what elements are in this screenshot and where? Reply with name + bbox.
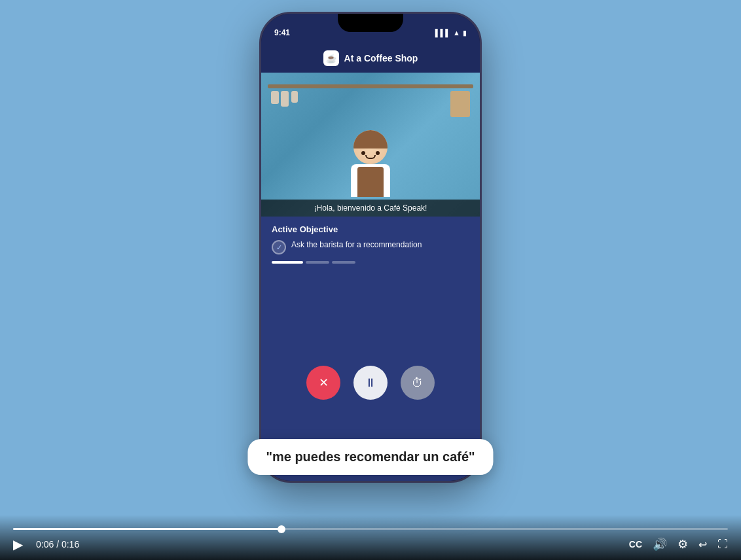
scene-area: ¡Hola, bienvenido a Café Speak! [261,73,480,217]
battery-icon: ▮ [463,29,467,37]
barista-character [351,130,390,197]
shelf-item [291,91,298,103]
timer-icon: ⏱ [412,376,424,390]
scene-background [261,73,480,217]
time-separator: / [54,539,62,550]
objective-area: Active Objective ✓ Ask the barista for a… [261,217,480,271]
end-call-button[interactable]: ✕ [306,366,340,400]
pause-icon: ⏸ [365,376,376,390]
shelf-item [271,91,279,104]
progress-fill [13,528,281,530]
barista-eye-right [376,151,380,155]
player-controls: ▶ 0:06 / 0:16 CC 🔊 ⚙ ↩ ⛶ [0,515,741,560]
coffee-icon: ☕ [326,54,336,63]
objective-text: Ask the barista for a recommendation [291,239,422,251]
phone-status-bar: 9:41 ▌▌▌ ▲ ▮ [261,14,480,46]
play-button[interactable]: ▶ [13,536,23,552]
time-total: 0:16 [62,539,79,550]
fullscreen-button[interactable]: ⛶ [717,538,728,550]
step-3-dot [332,261,355,264]
cc-button[interactable]: CC [629,539,642,550]
phone-notch [338,14,403,32]
app-icon: ☕ [323,50,339,66]
coffee-machine [450,91,470,117]
phone-frame: 9:41 ▌▌▌ ▲ ▮ ☕ At a Coffee Shop [259,12,482,483]
time-display: 0:06 / 0:16 [36,539,79,550]
barista-smile [365,155,376,159]
speech-bubble: "me puedes recomendar un café" [247,439,493,475]
step-2-dot [306,261,329,264]
call-controls: ✕ ⏸ ⏱ [306,366,435,400]
progress-steps [272,261,469,264]
status-icons: ▌▌▌ ▲ ▮ [435,29,467,37]
time-current: 0:06 [36,539,54,550]
step-1-dot [272,261,303,264]
check-icon: ✓ [276,243,282,252]
objective-checkbox: ✓ [272,240,286,254]
signal-icon: ▌▌▌ [435,29,450,37]
progress-handle[interactable] [278,525,285,533]
timer-button[interactable]: ⏱ [401,366,435,400]
status-time: 9:41 [274,28,290,37]
pause-button[interactable]: ⏸ [353,366,388,400]
objective-title: Active Objective [272,224,469,234]
progress-bar[interactable] [13,528,728,530]
shelf-decoration [268,84,473,88]
video-player: 9:41 ▌▌▌ ▲ ▮ ☕ At a Coffee Shop [0,0,741,560]
barista-head [353,130,388,164]
phone-end-icon: ✕ [319,376,329,390]
objective-item: ✓ Ask the barista for a recommendation [272,239,469,254]
controls-right: CC 🔊 ⚙ ↩ ⛶ [629,537,728,551]
wifi-icon: ▲ [453,29,460,37]
speech-text: "me puedes recomendar un café" [266,449,475,464]
barista-apron [357,167,384,197]
app-title: At a Coffee Shop [344,53,418,63]
scene-caption: ¡Hola, bienvenido a Café Speak! [261,200,480,217]
barista-body [351,164,390,197]
volume-button[interactable]: 🔊 [653,537,667,551]
barista-hair [353,130,388,149]
controls-left: ▶ 0:06 / 0:16 [13,536,79,552]
shelf-item [281,91,289,107]
app-header: ☕ At a Coffee Shop [261,46,480,73]
controls-row: ▶ 0:06 / 0:16 CC 🔊 ⚙ ↩ ⛶ [13,536,728,552]
settings-button[interactable]: ⚙ [678,537,688,551]
loop-button[interactable]: ↩ [698,538,707,551]
